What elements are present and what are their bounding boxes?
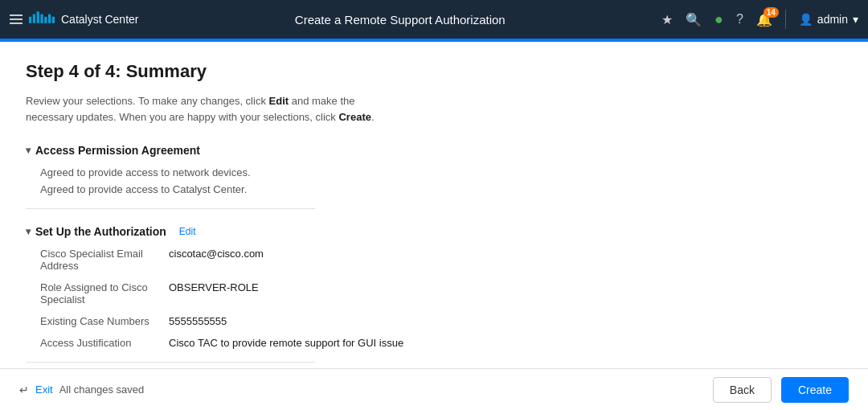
setup-authorization-header: ▾ Set Up the Authorization Edit xyxy=(26,225,842,238)
app-title: Catalyst Center xyxy=(61,13,138,26)
username: admin xyxy=(817,13,848,26)
footer: ↵ Exit All changes saved Back Create xyxy=(0,368,868,410)
setup-authorization-title: Set Up the Authorization xyxy=(35,225,166,238)
field-case-numbers-label: Existing Case Numbers xyxy=(40,315,169,327)
agreement-item-1: Agreed to provide access to network devi… xyxy=(40,166,842,178)
field-case-numbers: Existing Case Numbers 5555555555 xyxy=(40,315,842,327)
user-menu[interactable]: 👤 admin ▾ xyxy=(799,13,858,26)
footer-left: ↵ Exit All changes saved xyxy=(19,383,144,396)
intro-line3: necessary updates. When you are happy wi… xyxy=(26,111,338,123)
cisco-logo-icon xyxy=(29,11,55,27)
navbar-center: Create a Remote Support Authorization xyxy=(138,13,661,27)
agreement-item-2: Agreed to provide access to Catalyst Cen… xyxy=(40,183,842,195)
exit-icon: ↵ xyxy=(19,383,29,396)
access-permission-section: ▾ Access Permission Agreement Agreed to … xyxy=(26,144,842,209)
star-icon[interactable]: ★ xyxy=(661,12,673,27)
field-email: Cisco Specialist Email Address ciscotac@… xyxy=(40,248,842,272)
intro-line2: and make the xyxy=(292,95,355,107)
svg-rect-2 xyxy=(37,11,39,23)
step-title: Step 4 of 4: Summary xyxy=(26,61,842,82)
changes-saved-text: All changes saved xyxy=(59,383,145,396)
svg-rect-5 xyxy=(48,14,51,23)
field-justification-label: Access Justification xyxy=(40,337,169,349)
page-title: Create a Remote Support Authorization xyxy=(295,13,506,27)
svg-rect-4 xyxy=(44,17,47,23)
access-permission-header: ▾ Access Permission Agreement xyxy=(26,144,842,157)
svg-rect-6 xyxy=(52,17,55,23)
field-justification-value: Cisco TAC to provide remote support for … xyxy=(169,337,403,349)
field-role-label: Role Assigned to Cisco Specialist xyxy=(40,281,169,305)
brand: Catalyst Center xyxy=(29,11,138,27)
chevron-icon: ▾ xyxy=(26,145,31,156)
access-permission-body: Agreed to provide access to network devi… xyxy=(26,166,842,195)
svg-rect-1 xyxy=(33,14,35,23)
section-divider-2 xyxy=(26,362,315,363)
user-icon: 👤 xyxy=(799,13,813,26)
intro-create-word: Create xyxy=(338,111,371,123)
create-button[interactable]: Create xyxy=(781,377,849,403)
svg-rect-3 xyxy=(40,14,43,23)
field-case-numbers-value: 5555555555 xyxy=(169,315,227,327)
exit-button[interactable]: Exit xyxy=(35,383,53,396)
field-role-value: OBSERVER-ROLE xyxy=(169,281,259,293)
intro-text: Review your selections. To make any chan… xyxy=(26,93,842,125)
search-icon[interactable]: 🔍 xyxy=(686,12,702,27)
navbar: Catalyst Center Create a Remote Support … xyxy=(0,0,868,39)
field-email-label: Cisco Specialist Email Address xyxy=(40,248,169,272)
menu-icon[interactable] xyxy=(10,14,23,24)
chevron-icon-2: ▾ xyxy=(26,226,31,237)
bell-icon[interactable]: 🔔 14 xyxy=(756,12,772,27)
setup-authorization-edit[interactable]: Edit xyxy=(179,226,196,237)
chevron-down-icon: ▾ xyxy=(853,13,858,26)
footer-right: Back Create xyxy=(713,377,849,403)
help-icon[interactable]: ? xyxy=(736,12,743,27)
intro-line1: Review your selections. To make any chan… xyxy=(26,95,269,107)
notification-badge: 14 xyxy=(764,7,779,18)
field-role: Role Assigned to Cisco Specialist OBSERV… xyxy=(40,281,842,305)
access-permission-title: Access Permission Agreement xyxy=(35,144,200,157)
nav-divider xyxy=(785,10,786,29)
intro-edit-word: Edit xyxy=(269,95,289,107)
section-divider-1 xyxy=(26,208,315,209)
setup-authorization-body: Cisco Specialist Email Address ciscotac@… xyxy=(26,248,842,349)
setup-authorization-section: ▾ Set Up the Authorization Edit Cisco Sp… xyxy=(26,225,842,363)
svg-rect-0 xyxy=(29,17,31,23)
field-justification: Access Justification Cisco TAC to provid… xyxy=(40,337,842,349)
back-button[interactable]: Back xyxy=(713,377,772,403)
main-content: Step 4 of 4: Summary Review your selecti… xyxy=(0,42,868,368)
navbar-right: ★ 🔍 ● ? 🔔 14 👤 admin ▾ xyxy=(661,10,858,29)
status-icon[interactable]: ● xyxy=(714,11,723,28)
field-email-value: ciscotac@cisco.com xyxy=(169,248,264,260)
